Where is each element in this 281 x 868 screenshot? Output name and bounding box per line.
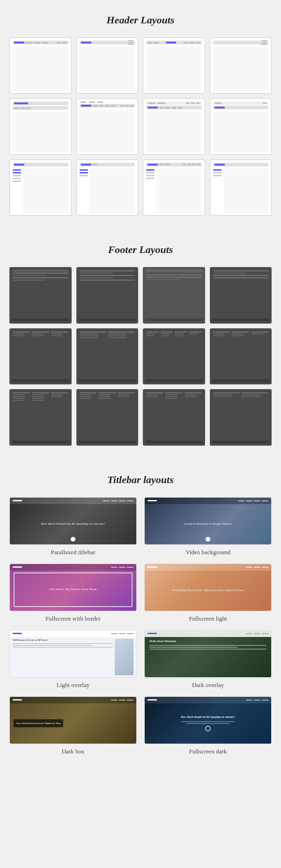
titlebar-thumb-dark-overlay: Myths About Mountains xyxy=(144,630,272,678)
logo-blue-5 xyxy=(14,102,28,104)
footer-layout-10[interactable] xyxy=(76,389,139,445)
header-layout-11[interactable] xyxy=(143,159,205,216)
fb-links xyxy=(111,567,133,568)
header-layout-2[interactable] xyxy=(76,37,139,94)
fcl-11c1 xyxy=(185,392,202,393)
footer-col-8b xyxy=(232,332,249,378)
footer-bar-3 xyxy=(145,318,203,321)
header-layout-12[interactable] xyxy=(210,159,272,216)
titlebar-item-fullscreen-border[interactable]: This Week's Top Stories About Music Full… xyxy=(9,564,137,622)
footer-layout-9[interactable] xyxy=(9,389,72,445)
dash-3 xyxy=(42,42,48,43)
content-6 xyxy=(80,109,135,152)
do-line-1 xyxy=(149,645,266,646)
titlebar-grid: How Much Should You Be Spending on Journ… xyxy=(9,497,272,755)
footer-col-10b xyxy=(98,392,116,439)
header-layout-1[interactable] xyxy=(9,37,72,94)
tab-6a xyxy=(81,101,86,103)
sidebar-item-9c xyxy=(13,175,21,176)
fl-title-text: Everything You've Ever Wanted to Know Ab… xyxy=(167,588,248,593)
titlebar-item-dark-overlay[interactable]: Myths About Mountains Dark overlay xyxy=(144,630,272,689)
tab3 xyxy=(26,108,31,109)
fcl-9a3 xyxy=(13,396,25,397)
fcl-8c1 xyxy=(251,332,268,333)
header-bar-5b xyxy=(13,106,68,110)
header-topbar-8 xyxy=(213,101,269,105)
fcl-5b1 xyxy=(32,332,49,333)
footer-layout-3[interactable] xyxy=(143,267,205,323)
footer-layout-4[interactable] xyxy=(210,267,272,323)
fcl-11c2 xyxy=(185,394,197,395)
nav-6b xyxy=(99,105,104,107)
titlebar-item-fullscreen-light[interactable]: Everything You've Ever Wanted to Know Ab… xyxy=(144,564,272,622)
header-layout-8[interactable] xyxy=(210,98,272,154)
fcl-7a3 xyxy=(146,335,155,336)
pn-link-1 xyxy=(103,500,110,501)
footer-layout-5[interactable] xyxy=(9,328,72,384)
footer-bar-9 xyxy=(12,441,69,443)
fd-content: How Much Should You Be Spending on Journ… xyxy=(145,703,271,744)
fcl-6b4 xyxy=(108,337,127,338)
fcl-7b2 xyxy=(161,333,170,334)
footer-layout-11[interactable] xyxy=(143,389,205,445)
sidebar-item-9e xyxy=(13,181,21,182)
header-bar-6 xyxy=(80,104,135,108)
logo-blue-1 xyxy=(14,42,24,43)
content-3 xyxy=(146,46,202,91)
header-bar-1 xyxy=(13,41,68,44)
fl-4b xyxy=(213,273,246,274)
header-layout-7[interactable] xyxy=(143,98,205,154)
header-layout-3[interactable] xyxy=(143,37,205,94)
fcl-9b1 xyxy=(32,392,49,393)
footer-cols-11 xyxy=(145,391,203,440)
fcl-9b5 xyxy=(32,400,44,401)
footer-bar-7 xyxy=(145,379,203,382)
header-bar-11 xyxy=(146,163,202,166)
footer-layout-7[interactable] xyxy=(143,328,205,384)
do-title: Myths About Mountains xyxy=(149,640,266,644)
titlebar-item-video[interactable]: Greatest Moments in People History Video… xyxy=(144,497,272,556)
header-layout-5[interactable] xyxy=(9,98,72,154)
footer-col-7b xyxy=(161,332,173,378)
titlebar-item-fullscreen-dark[interactable]: How Much Should You Be Spending on Journ… xyxy=(144,696,272,755)
video-circle-btn xyxy=(206,537,210,542)
fd-links xyxy=(246,700,268,701)
dark-overlay-label: Dark overlay xyxy=(192,681,224,689)
titlebar-thumb-fullscreen-dark: How Much Should You Be Spending on Journ… xyxy=(144,696,272,744)
lo-title: Will Business Be Like in 100 Years? xyxy=(13,639,113,642)
header-bar-9 xyxy=(13,163,68,166)
footer-cols-10 xyxy=(79,391,136,440)
h-line-4c xyxy=(261,44,267,45)
fb-link-3 xyxy=(127,567,133,568)
fcl-5a3 xyxy=(13,335,25,336)
fl-1a xyxy=(13,270,68,271)
footer-col-5b xyxy=(32,332,49,378)
header-layout-10[interactable] xyxy=(76,159,139,216)
fcl-11b1 xyxy=(165,392,183,393)
footer-layout-12[interactable] xyxy=(210,389,272,445)
footer-layout-1[interactable] xyxy=(9,267,72,323)
fcl-10b1 xyxy=(98,392,116,393)
header-bar-4 xyxy=(213,41,269,44)
vn-link-1 xyxy=(238,500,244,501)
titlebar-item-dark-box[interactable]: Facts About Deer Everyone Thinks are Tru… xyxy=(9,696,137,755)
fb-title-text: This Week's Top Stories About Music xyxy=(44,587,102,592)
header-layout-6[interactable] xyxy=(76,98,139,154)
fd-title: How Much Should You Be Spending on Journ… xyxy=(181,716,235,719)
video-logo xyxy=(148,500,157,501)
titlebar-thumb-fullscreen-light: Everything You've Ever Wanted to Know Ab… xyxy=(144,564,272,611)
header-layout-4[interactable] xyxy=(210,37,272,94)
footer-layout-8[interactable] xyxy=(210,328,272,384)
footer-layout-2[interactable] xyxy=(76,267,139,323)
fcl-9c1 xyxy=(51,392,68,393)
titlebar-item-light-overlay[interactable]: Will Business Be Like in 100 Years? Ligh… xyxy=(9,630,137,689)
fcl-11b4 xyxy=(165,398,177,399)
header-layout-9[interactable] xyxy=(9,159,72,216)
fl-logo xyxy=(148,566,157,568)
footer-layout-6[interactable] xyxy=(76,328,139,384)
header-row-1 xyxy=(9,37,272,94)
sidebar-content-12 xyxy=(223,168,269,213)
h-line-4b xyxy=(261,42,267,43)
titlebar-item-parallaxed[interactable]: How Much Should You Be Spending on Journ… xyxy=(9,497,137,556)
lo-logo xyxy=(13,633,22,634)
